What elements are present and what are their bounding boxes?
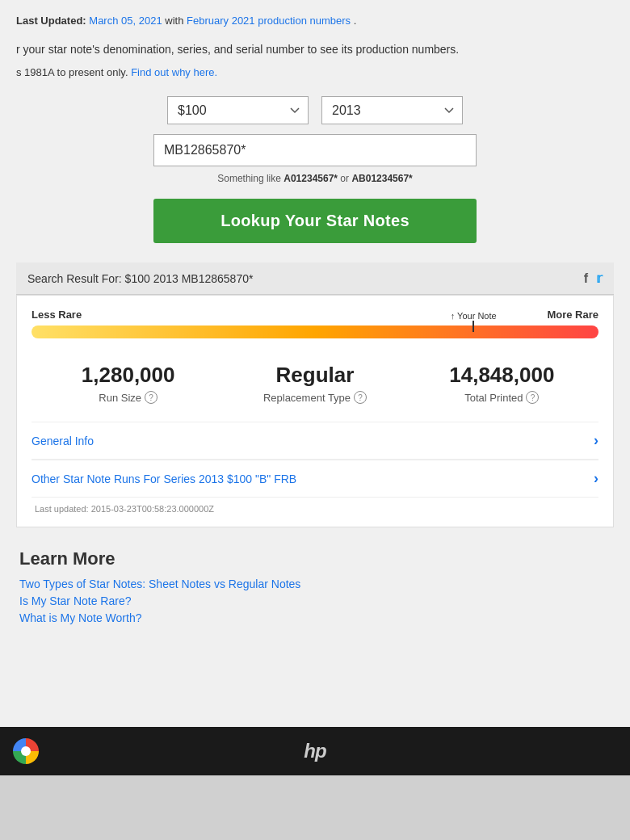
learn-more-link-2[interactable]: Is My Star Note Rare? — [19, 594, 611, 607]
year-select[interactable]: 2009 2013 2017 2021 — [321, 96, 463, 124]
replacement-type-block: Regular Replacement Type ? — [221, 363, 408, 404]
search-result-label: Search Result For: $100 2013 MB12865870* — [27, 272, 253, 285]
total-printed-help-icon[interactable]: ? — [526, 391, 539, 404]
last-updated-date: March 05, 2021 — [89, 15, 162, 27]
find-out-link[interactable]: Find out why here. — [131, 66, 217, 78]
total-printed-block: 14,848,000 Total Printed ? — [409, 363, 595, 404]
other-runs-link[interactable]: Other Star Note Runs For Series 2013 $10… — [32, 472, 296, 485]
search-result-bar: Search Result For: $100 2013 MB12865870*… — [16, 262, 614, 295]
description-text: r your star note's denomination, series,… — [16, 41, 614, 58]
other-runs-chevron: › — [594, 470, 598, 487]
last-updated-suffix: with — [165, 15, 183, 27]
total-printed-value: 14,848,000 — [409, 363, 595, 388]
last-updated-small: Last updated: 2015-03-23T00:58:23.000000… — [32, 504, 598, 514]
run-size-label: Run Size ? — [35, 391, 221, 404]
hint-example1: A01234567* — [284, 173, 338, 184]
learn-more-title: Learn More — [19, 548, 611, 569]
rarity-bar-container: Less Rare More Rare ↑ Your Note — [32, 309, 598, 338]
less-rare-label: Less Rare — [32, 309, 82, 321]
rarity-labels: Less Rare More Rare — [32, 309, 598, 321]
learn-more-link-1[interactable]: Two Types of Star Notes: Sheet Notes vs … — [19, 578, 611, 590]
chrome-icon — [13, 738, 39, 764]
replacement-type-help-icon[interactable]: ? — [354, 391, 367, 404]
hint-example2: AB01234567* — [351, 173, 412, 184]
general-info-chevron: › — [594, 432, 598, 449]
stats-row: 1,280,000 Run Size ? Regular Replacement… — [32, 355, 598, 407]
rarity-bar: ↑ Your Note — [32, 326, 598, 338]
taskbar: hp — [0, 727, 630, 775]
last-updated-label: Last Updated: — [16, 15, 86, 27]
other-runs-row[interactable]: Other Star Note Runs For Series 2013 $10… — [32, 460, 598, 498]
replacement-type-label: Replacement Type ? — [221, 391, 408, 404]
dropdowns-row: $100 $1 $2 $5 $10 $20 $50 2009 2013 2017… — [16, 96, 614, 124]
main-content: Last Updated: March 05, 2021 with Februa… — [0, 0, 630, 727]
more-rare-label: More Rare — [547, 309, 598, 321]
hp-logo: hp — [304, 740, 326, 762]
serial-input[interactable] — [153, 134, 477, 166]
serial-input-wrapper — [16, 134, 614, 166]
serial-hint: Something like A01234567* or AB01234567* — [16, 173, 614, 184]
denomination-select[interactable]: $100 $1 $2 $5 $10 $20 $50 — [167, 96, 309, 124]
run-size-help-icon[interactable]: ? — [145, 391, 158, 404]
facebook-icon[interactable]: f — [584, 271, 588, 286]
twitter-icon[interactable]: 𝕣 — [596, 271, 603, 286]
run-size-block: 1,280,000 Run Size ? — [35, 363, 221, 404]
learn-more-section: Learn More Two Types of Star Notes: Shee… — [16, 540, 614, 624]
series-note: s 1981A to present only. Find out why he… — [16, 66, 614, 78]
general-info-row[interactable]: General Info › — [32, 422, 598, 460]
replacement-type-value: Regular — [221, 363, 408, 388]
last-updated-bar: Last Updated: March 05, 2021 with Februa… — [16, 15, 614, 27]
run-size-value: 1,280,000 — [35, 363, 221, 388]
lookup-button[interactable]: Lookup Your Star Notes — [153, 199, 477, 243]
your-note-marker: ↑ Your Note — [451, 311, 497, 332]
results-card: Less Rare More Rare ↑ Your Note 1,280,00… — [16, 295, 614, 527]
learn-more-link-3[interactable]: What is My Note Worth? — [19, 611, 611, 624]
production-link[interactable]: February 2021 production numbers — [187, 15, 351, 27]
total-printed-label: Total Printed ? — [409, 391, 595, 404]
general-info-link[interactable]: General Info — [32, 435, 94, 447]
social-icons: f 𝕣 — [584, 271, 603, 286]
